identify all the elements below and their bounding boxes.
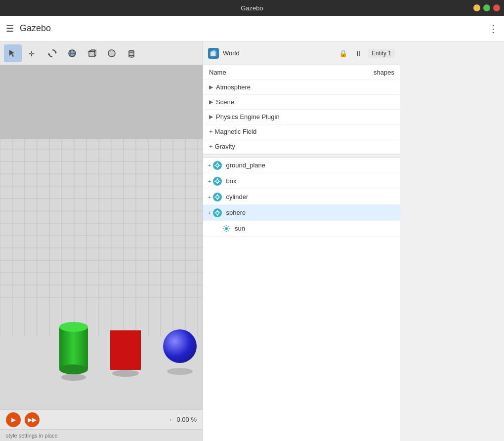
gravity-row[interactable]: + Gravity (203, 139, 400, 154)
physics-expand-icon[interactable]: ▶ (209, 114, 213, 120)
svg-line-82 (224, 230, 225, 231)
maximize-button[interactable] (483, 4, 490, 11)
sphere-tool-button[interactable] (103, 44, 121, 62)
statusbar: style settings in place (0, 429, 203, 441)
svg-point-74 (225, 227, 228, 230)
magnetic-plus-icon[interactable]: + (209, 128, 213, 135)
pause-icon[interactable]: ⏸ (353, 48, 364, 59)
rotate-icon (48, 49, 57, 58)
svg-point-64 (216, 196, 219, 199)
world-icon (68, 49, 77, 58)
tree-item-ground-plane[interactable]: + ground_plane (203, 158, 400, 173)
svg-point-54 (216, 164, 219, 167)
cylinder-icon (127, 49, 136, 58)
cylinder-expand-icon[interactable]: + (208, 194, 211, 200)
play-button[interactable]: ▶ (6, 412, 21, 427)
svg-rect-51 (210, 52, 215, 56)
magnetic-field-row[interactable]: + Magnetic Field (203, 124, 400, 139)
name-value: shapes (374, 69, 394, 76)
box-tool-button[interactable] (83, 44, 101, 62)
svg-marker-8 (89, 50, 95, 51)
sphere-label: sphere (226, 209, 246, 216)
move-tool-button[interactable]: ✛ (24, 44, 42, 62)
lock-icon[interactable]: 🔒 (338, 48, 349, 59)
box-tree-icon (213, 177, 222, 186)
svg-marker-0 (9, 50, 15, 57)
cursor-icon (8, 49, 17, 58)
navbar: ☰ Gazebo ⋮ (0, 16, 504, 41)
tree-item-cylinder[interactable]: + cylinder (203, 189, 400, 205)
box-icon (87, 49, 96, 58)
sun-label: sun (235, 225, 245, 232)
move-icon: ✛ (28, 49, 37, 58)
sphere-tree-icon (213, 208, 222, 217)
zoom-display: ← 0.00 % (168, 416, 197, 423)
rotate-tool-button[interactable] (43, 44, 61, 62)
minimize-button[interactable] (473, 4, 480, 11)
viewport[interactable]: ▶ ▶▶ ← 0.00 % (0, 65, 203, 429)
more-options-icon[interactable]: ⋮ (488, 23, 498, 35)
window-controls (473, 4, 500, 11)
atmosphere-label: Atmosphere (216, 83, 394, 91)
content-area: ✛ (0, 41, 504, 441)
play-icon: ▶ (11, 416, 16, 423)
svg-marker-52 (210, 50, 215, 52)
ground-plane-label: ground_plane (226, 161, 265, 169)
select-tool-button[interactable] (4, 44, 22, 62)
sphere-expand-icon[interactable]: + (208, 210, 211, 216)
ground-plane-icon (213, 161, 222, 170)
scene-area[interactable] (0, 139, 203, 409)
world-cube-icon (208, 48, 219, 59)
close-button[interactable] (493, 4, 500, 11)
status-text: style settings in place (6, 433, 58, 439)
toolbar: ✛ (0, 41, 203, 65)
tree-item-box[interactable]: + box (203, 173, 400, 189)
left-column: ✛ (0, 41, 203, 441)
svg-point-69 (216, 211, 219, 214)
app-container: ☰ Gazebo ⋮ ✛ (0, 16, 504, 441)
svg-marker-3 (48, 53, 50, 55)
sphere-icon (107, 49, 116, 58)
svg-text:✛: ✛ (29, 50, 35, 58)
svg-marker-2 (55, 52, 57, 54)
atmosphere-property-row[interactable]: ▶ Atmosphere (203, 80, 400, 95)
gravity-plus-icon[interactable]: + (209, 143, 213, 150)
scene-expand-icon[interactable]: ▶ (209, 99, 213, 105)
tree-item-sphere[interactable]: + sphere (203, 205, 400, 221)
cylinder-tree-icon (213, 193, 222, 201)
svg-point-59 (216, 180, 219, 183)
svg-marker-53 (215, 51, 216, 56)
scene-objects (59, 326, 197, 370)
box-object[interactable] (110, 330, 141, 370)
cylinder-tool-button[interactable] (123, 44, 140, 62)
properties-panel: Name shapes ▶ Atmosphere ▶ Scene ▶ Physi… (203, 65, 400, 155)
tree-item-sun[interactable]: sun (203, 221, 400, 237)
svg-line-79 (224, 226, 225, 227)
entity-badge: Entity 1 (368, 49, 395, 58)
scene-label: Scene (216, 98, 394, 106)
svg-line-81 (228, 226, 229, 227)
svg-line-80 (228, 230, 229, 231)
world-tool-button[interactable] (63, 44, 81, 62)
world-header: World 🔒 ⏸ Entity 1 (203, 41, 400, 65)
name-label: Name (209, 69, 374, 76)
physics-property-row[interactable]: ▶ Physics Engine Plugin (203, 110, 400, 124)
ground-plane-expand-icon[interactable]: + (208, 162, 211, 168)
name-property-row[interactable]: Name shapes (203, 65, 400, 80)
sphere-object[interactable] (163, 329, 197, 363)
app-title: Gazebo (20, 23, 482, 34)
playback-bar: ▶ ▶▶ ← 0.00 % (0, 409, 203, 429)
fast-forward-button[interactable]: ▶▶ (25, 412, 40, 427)
hamburger-icon[interactable]: ☰ (6, 23, 14, 34)
box-label: box (226, 177, 236, 185)
scene-property-row[interactable]: ▶ Scene (203, 95, 400, 110)
box-expand-icon[interactable]: + (208, 178, 211, 184)
titlebar: Gazebo (0, 0, 504, 16)
atmosphere-expand-icon[interactable]: ▶ (209, 84, 213, 90)
cylinder-object[interactable] (59, 326, 88, 370)
gravity-label: Gravity (215, 143, 394, 150)
physics-label: Physics Engine Plugin (216, 113, 394, 120)
ff-icon: ▶▶ (28, 416, 37, 423)
world-title: World (223, 49, 334, 57)
right-panel: World 🔒 ⏸ Entity 1 Name shapes ▶ Atmosph… (203, 41, 400, 441)
